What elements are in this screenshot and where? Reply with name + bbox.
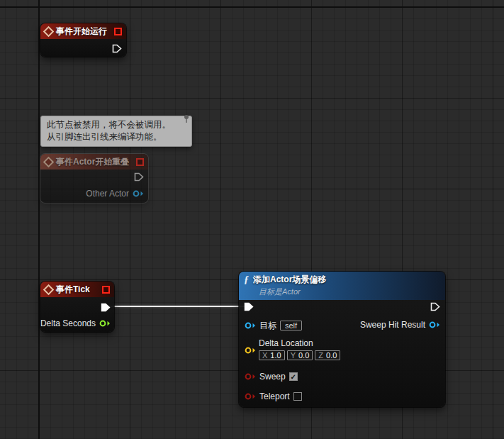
y-value: 0.0 (298, 351, 309, 360)
pin-row-teleport: Teleport (245, 391, 302, 402)
node-title: 事件Tick (56, 284, 90, 296)
pin-icon (183, 114, 190, 123)
event-icon (43, 26, 55, 37)
node-add-actor-world-offset[interactable]: ƒ 添加Actor场景偏移 目标是Actor 目标 self Sweep Hit… (239, 272, 445, 407)
z-letter: Z (318, 351, 323, 360)
editor-only-icon (102, 286, 110, 294)
vector-input-row: X 1.0 Y 0.0 Z 0.0 (259, 350, 340, 361)
pin-label: Teleport (259, 391, 290, 401)
blueprint-graph-canvas[interactable]: 事件开始运行 此节点被禁用，将不会被调用。 从引脚连出引线来编译功能。 事件Ac… (0, 0, 504, 439)
pin-row-sweep-hit-result: Sweep Hit Result (360, 319, 440, 330)
exec-in-pin[interactable] (244, 302, 254, 311)
pin-label: Sweep Hit Result (360, 320, 425, 330)
function-icon: ƒ (244, 276, 249, 284)
node-title: 事件Actor开始重叠 (56, 156, 129, 168)
object-pin[interactable] (245, 322, 256, 329)
grid-origin-horizontal-line (0, 6, 504, 8)
tooltip-line: 此节点被禁用，将不会被调用。 (47, 119, 186, 131)
node-header: ƒ 添加Actor场景偏移 目标是Actor (239, 272, 445, 300)
pin-row-sweep: Sweep (245, 371, 298, 382)
grid-origin-vertical-line (38, 0, 40, 439)
bool-pin[interactable] (245, 393, 256, 400)
exec-out-pin[interactable] (112, 44, 122, 53)
node-title: 事件开始运行 (56, 26, 107, 38)
event-icon (43, 156, 55, 167)
event-icon (43, 284, 55, 295)
exec-out-pin[interactable] (134, 172, 144, 182)
exec-out-pin[interactable] (101, 303, 111, 312)
exec-out-pin[interactable] (430, 302, 440, 311)
struct-pin[interactable] (429, 321, 440, 328)
teleport-checkbox[interactable] (293, 392, 302, 401)
x-letter: X (262, 351, 267, 360)
node-header: 事件开始运行 (40, 23, 126, 39)
exec-wire[interactable] (108, 306, 245, 307)
y-letter: Y (291, 351, 296, 360)
node-event-beginplay[interactable]: 事件开始运行 (40, 23, 126, 57)
node-event-actorbeginoverlap[interactable]: 事件Actor开始重叠 Other Actor (40, 154, 148, 203)
vector-pin[interactable] (245, 347, 256, 354)
pin-row-delta-location-label: Delta Location (259, 338, 313, 349)
editor-only-icon (136, 158, 144, 166)
bool-pin[interactable] (245, 373, 256, 380)
sweep-checkbox[interactable] (289, 372, 298, 381)
z-value: 0.0 (326, 351, 337, 360)
y-input-field[interactable]: Y 0.0 (287, 350, 313, 360)
pin-label: Delta Location (259, 338, 313, 348)
pin-label: Delta Seconds (40, 318, 96, 328)
disabled-node-tooltip: 此节点被禁用，将不会被调用。 从引脚连出引线来编译功能。 (40, 116, 192, 147)
z-input-field[interactable]: Z 0.0 (315, 350, 340, 360)
node-header: 事件Actor开始重叠 (40, 154, 148, 170)
pin-row-other-actor: Other Actor (86, 188, 144, 199)
x-input-field[interactable]: X 1.0 (259, 350, 285, 360)
node-title: 添加Actor场景偏移 (253, 274, 326, 286)
node-event-tick[interactable]: 事件Tick Delta Seconds (40, 282, 114, 332)
tooltip-line: 从引脚连出引线来编译功能。 (47, 131, 186, 143)
pin-row-delta-seconds: Delta Seconds (40, 318, 111, 329)
x-value: 1.0 (270, 351, 281, 360)
target-value-field[interactable]: self (280, 321, 302, 330)
node-header: 事件Tick (40, 282, 114, 297)
float-pin[interactable] (99, 320, 111, 327)
pin-row-target: 目标 self (245, 320, 302, 331)
object-pin[interactable] (133, 190, 144, 197)
pin-label: Other Actor (86, 189, 129, 199)
pin-label: Sweep (259, 372, 286, 382)
editor-only-icon (114, 28, 122, 35)
node-subtitle: 目标是Actor (259, 287, 439, 297)
pin-label: 目标 (259, 320, 276, 332)
